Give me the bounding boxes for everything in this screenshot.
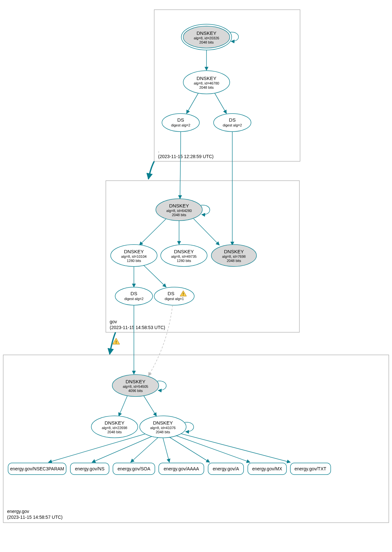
- svg-text:energy.gov/NSEC3PARAM: energy.gov/NSEC3PARAM: [10, 466, 64, 471]
- svg-text:alg=8, id=7698: alg=8, id=7698: [222, 255, 246, 258]
- edge-to-aaaa: [163, 438, 169, 462]
- svg-text:energy.gov/TXT: energy.gov/TXT: [295, 466, 327, 471]
- svg-text:2048 bits: 2048 bits: [227, 259, 241, 263]
- rrset-soa: energy.gov/SOA: [113, 463, 155, 475]
- svg-text:2048 bits: 2048 bits: [199, 40, 214, 44]
- svg-text:DNSKEY: DNSKEY: [169, 203, 189, 208]
- svg-text:DS: DS: [177, 117, 184, 123]
- svg-text:digest alg=2: digest alg=2: [223, 123, 242, 127]
- svg-text:DNSKEY: DNSKEY: [153, 420, 173, 426]
- edge-zone-root-to-gov: [148, 161, 154, 179]
- zone-box-energy: [3, 355, 389, 523]
- svg-text:DNSKEY: DNSKEY: [105, 420, 125, 426]
- node-root-ds1: DS digest alg=2: [162, 114, 199, 132]
- zone-ts-gov: (2023-11-15 14:58:53 UTC): [110, 325, 165, 330]
- svg-text:alg=8, id=20326: alg=8, id=20326: [194, 36, 219, 40]
- svg-point-13: [214, 114, 251, 132]
- rrset-aaaa: energy.gov/AAAA: [159, 463, 204, 475]
- svg-text:DNSKEY: DNSKEY: [224, 249, 244, 254]
- svg-text:energy.gov/SOA: energy.gov/SOA: [117, 466, 150, 471]
- node-root-ksk: DNSKEY alg=8, id=20326 2048 bits: [181, 24, 232, 50]
- svg-text:2048 bits: 2048 bits: [107, 430, 122, 434]
- svg-text:!: !: [183, 292, 184, 296]
- edge-gov-zsk1-to-ds2: [144, 265, 166, 287]
- svg-text:energy.gov/A: energy.gov/A: [213, 466, 239, 471]
- edge-to-nsec3: [48, 434, 145, 462]
- rrset-ns: energy.gov/NS: [70, 463, 109, 475]
- svg-text:DS: DS: [168, 291, 175, 296]
- rrset-nsec3: energy.gov/NSEC3PARAM: [8, 463, 66, 475]
- svg-text:alg=8, id=49735: alg=8, id=49735: [171, 255, 197, 258]
- svg-point-32: [115, 287, 153, 305]
- svg-text:1280 bits: 1280 bits: [127, 259, 141, 263]
- svg-text:digest alg=2: digest alg=2: [124, 297, 144, 301]
- edge-root-ds1-to-gov-ksk: [180, 132, 181, 199]
- svg-text:DNSKEY: DNSKEY: [174, 249, 194, 254]
- node-root-ds2: DS digest alg=2: [214, 114, 251, 132]
- svg-text:DNSKEY: DNSKEY: [126, 379, 146, 384]
- node-en-zsk2: DNSKEY alg=8, id=41076 2048 bits: [140, 416, 186, 438]
- node-gov-zsk1: DNSKEY alg=8, id=10104 1280 bits: [111, 245, 157, 266]
- svg-text:DNSKEY: DNSKEY: [196, 30, 216, 36]
- edge-root-zsk-to-ds1: [186, 93, 198, 114]
- svg-text:alg=8, id=64280: alg=8, id=64280: [166, 209, 192, 213]
- dnssec-diagram: . (2023-11-15 12:28:59 UTC) gov (2023-11…: [0, 0, 392, 552]
- edge-to-ns: [92, 437, 152, 462]
- node-gov-ds1: DS digest alg=2: [115, 287, 153, 305]
- edge-en-ksk-to-zsk2: [144, 396, 156, 416]
- svg-text:alg=8, id=54505: alg=8, id=54505: [123, 385, 148, 388]
- node-gov-key3: DNSKEY alg=8, id=7698 2048 bits: [211, 245, 256, 266]
- node-gov-zsk2: DNSKEY alg=8, id=49735 1280 bits: [161, 245, 207, 266]
- svg-text:DS: DS: [131, 291, 137, 296]
- node-root-zsk: DNSKEY alg=8, id=46780 2048 bits: [183, 71, 230, 94]
- edge-to-a: [169, 437, 210, 462]
- svg-text:DNSKEY: DNSKEY: [196, 75, 216, 81]
- node-gov-ds2: DS digest alg=1 !: [154, 287, 194, 305]
- svg-text:digest alg=1: digest alg=1: [165, 297, 184, 301]
- svg-text:DNSKEY: DNSKEY: [124, 249, 144, 254]
- edge-gov-ksk-to-zsk1: [139, 219, 166, 245]
- edge-to-txt: [181, 434, 290, 462]
- svg-text:energy.gov/AAAA: energy.gov/AAAA: [164, 466, 199, 471]
- svg-text:digest alg=2: digest alg=2: [171, 123, 190, 127]
- svg-text:alg=8, id=22698: alg=8, id=22698: [102, 426, 127, 430]
- svg-point-10: [162, 114, 199, 132]
- svg-text:2048 bits: 2048 bits: [156, 430, 170, 434]
- edge-gov-ds2-to-en-ksk: [148, 305, 173, 376]
- svg-point-35: [154, 287, 194, 305]
- svg-text:2048 bits: 2048 bits: [172, 213, 186, 217]
- svg-text:1280 bits: 1280 bits: [177, 259, 191, 263]
- edge-to-soa: [131, 437, 158, 462]
- svg-text:DS: DS: [229, 117, 236, 123]
- rrset-mx: energy.gov/MX: [248, 463, 286, 475]
- edge-root-zsk-to-ds2: [215, 93, 226, 114]
- svg-text:4096 bits: 4096 bits: [128, 389, 143, 393]
- svg-text:energy.gov/MX: energy.gov/MX: [252, 466, 282, 471]
- svg-text:energy.gov/NS: energy.gov/NS: [75, 466, 105, 471]
- zone-name-energy: energy.gov: [7, 509, 29, 514]
- edge-gov-ksk-to-key3: [194, 219, 219, 245]
- svg-text:2048 bits: 2048 bits: [199, 85, 214, 89]
- zone-ts-root: (2023-11-15 12:28:59 UTC): [158, 154, 214, 159]
- zone-name-gov: gov: [110, 319, 117, 324]
- svg-text:alg=8, id=46780: alg=8, id=46780: [194, 81, 219, 85]
- svg-text:alg=8, id=41076: alg=8, id=41076: [150, 426, 176, 430]
- svg-text:alg=8, id=10104: alg=8, id=10104: [121, 255, 147, 258]
- node-gov-ksk: DNSKEY alg=8, id=64280 2048 bits: [156, 199, 202, 221]
- zone-ts-energy: (2023-11-15 14:58:57 UTC): [7, 515, 63, 520]
- rrset-txt: energy.gov/TXT: [290, 463, 331, 475]
- node-en-ksk: DNSKEY alg=8, id=54505 4096 bits: [112, 375, 159, 396]
- rrset-a: energy.gov/A: [208, 463, 244, 475]
- zone-name-root: .: [158, 148, 159, 153]
- edge-en-ksk-to-zsk1: [119, 396, 127, 416]
- node-en-zsk1: DNSKEY alg=8, id=22698 2048 bits: [91, 416, 138, 438]
- svg-text:!: !: [116, 340, 117, 345]
